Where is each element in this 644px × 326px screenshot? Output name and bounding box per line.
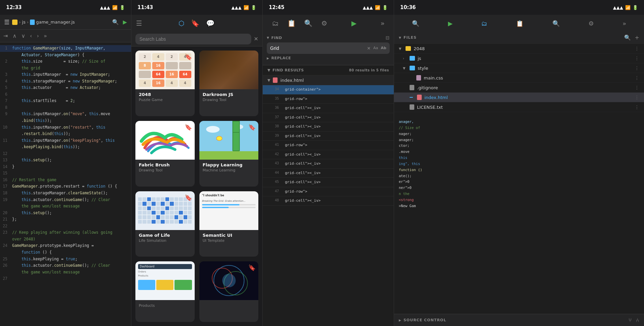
code-line: 24GameManager.prototype.keepPlaying = bbox=[0, 242, 131, 249]
expand-icon[interactable]: » bbox=[44, 33, 47, 39]
file-item-style[interactable]: ▼ style ⋮ bbox=[394, 63, 644, 73]
search-input[interactable] bbox=[139, 36, 247, 42]
status-icons-3: ▲▲▲ 📶 🔋 bbox=[363, 5, 388, 10]
back-icon[interactable]: ‹ bbox=[30, 33, 32, 39]
style-folder-icon bbox=[410, 66, 415, 70]
chat-icon[interactable]: 💬 bbox=[206, 19, 215, 27]
lab-card-dashboard[interactable]: Dashboard Orders Products Products bbox=[135, 261, 195, 322]
code-line: 22 bbox=[0, 223, 131, 230]
wifi-4: 📶 bbox=[625, 5, 631, 10]
down-icon[interactable]: ∨ bbox=[21, 33, 25, 39]
css-more-icon[interactable]: ⋮ bbox=[635, 75, 639, 80]
find-result-row[interactable]: 37grid-cell"><_iv> bbox=[263, 113, 394, 123]
menu-icon[interactable]: ☰ bbox=[4, 19, 9, 26]
js-more-icon[interactable]: ⋮ bbox=[635, 56, 639, 61]
find-result-row[interactable]: 42grid-cell"><_iv> bbox=[263, 150, 394, 160]
root-more-icon[interactable]: ⋮ bbox=[635, 46, 639, 51]
find-result-row[interactable]: 44grid-cell"><_iv> bbox=[263, 169, 394, 178]
html-file-icon bbox=[417, 95, 422, 100]
files-arrow: ▼ bbox=[399, 36, 401, 39]
bookmark-icon[interactable]: 🔖 bbox=[191, 19, 199, 27]
find-result-row[interactable]: 43grid-cell"><_iv> bbox=[263, 159, 394, 169]
forward-icon[interactable]: › bbox=[37, 33, 39, 39]
settings-icon-4[interactable]: ⚙ bbox=[588, 20, 594, 27]
source-control-header: ▶ SOURCE CONTROL ⑂ ⑃ bbox=[394, 314, 644, 326]
file-arrow: ▼ bbox=[267, 78, 270, 83]
js-chevron: › bbox=[403, 57, 407, 60]
find-file-header[interactable]: ▼ index.html bbox=[263, 75, 394, 85]
copy-icon[interactable]: 📋 bbox=[287, 19, 296, 27]
files-section-actions: 🔍 + bbox=[624, 34, 639, 41]
lab-thumb-abstract: 🔖 bbox=[199, 261, 259, 300]
file-item-html[interactable]: index.html ⋮ bbox=[394, 93, 644, 102]
bookmark-icon[interactable]: 🔖 bbox=[185, 194, 192, 201]
file-item-js[interactable]: › js ⋮ bbox=[394, 54, 644, 63]
find-result-row[interactable]: 34grid-container"> bbox=[263, 85, 394, 95]
code-line: 9 this.inputManager.on("move", this.move bbox=[0, 111, 131, 118]
bookmark-icon[interactable]: 🔖 bbox=[248, 264, 256, 271]
run-icon[interactable]: ▶ bbox=[123, 19, 127, 25]
cube-icon[interactable]: ⬡ bbox=[179, 19, 184, 27]
bookmark-icon[interactable]: 🔖 bbox=[185, 53, 192, 60]
settings-icon[interactable]: ⚙ bbox=[321, 19, 327, 27]
lab-card-semantic[interactable]: "I shouldn't beBreaking The Grid. Grabs … bbox=[199, 191, 259, 257]
indent-icon[interactable]: ⇥ bbox=[3, 33, 8, 39]
html-more-icon[interactable]: ⋮ bbox=[635, 95, 639, 100]
bookmark-icon[interactable]: 🔖 bbox=[248, 124, 256, 131]
filter-icon[interactable]: ⊟ bbox=[386, 35, 390, 40]
find-result-row[interactable]: 47grid-row"> bbox=[263, 187, 394, 197]
archive-icon[interactable]: 🗂 bbox=[272, 19, 279, 27]
line-number: 17 bbox=[0, 183, 9, 190]
file-item-css[interactable]: main.css ⋮ bbox=[394, 73, 644, 83]
file-item-license[interactable]: LICENSE.txt ⋮ bbox=[394, 102, 644, 112]
expand-right-icon[interactable]: » bbox=[381, 19, 385, 27]
find-input[interactable] bbox=[270, 45, 364, 51]
css-file-icon bbox=[416, 75, 421, 80]
clear-search-icon[interactable]: ✕ bbox=[254, 36, 258, 42]
line-content: this.actuator.continueGame(); // Clear bbox=[9, 262, 110, 269]
close-find-icon[interactable]: ✕ bbox=[367, 46, 371, 51]
line-content bbox=[9, 223, 12, 230]
lab-card-2048[interactable]: 🔖2424816641664416442048Puzzle Game bbox=[135, 51, 195, 116]
whole-word-icon[interactable]: Ab bbox=[381, 46, 386, 51]
find-result-row[interactable]: 48grid-cell"><_iv> bbox=[263, 196, 394, 206]
add-file-icon[interactable]: + bbox=[635, 34, 639, 41]
card-title: Flappy Learning bbox=[203, 162, 255, 167]
lab-card-flappy[interactable]: 🔖Flappy LearningMachine Learning bbox=[199, 121, 259, 187]
up-icon[interactable]: ∧ bbox=[12, 33, 17, 39]
find-result-row[interactable]: 45grid-cell"><_iv> bbox=[263, 178, 394, 187]
line-content: over 2048) bbox=[9, 236, 35, 243]
file-item-git[interactable]: .gitignore ⋮ bbox=[394, 83, 644, 93]
find-result-row[interactable]: 39grid-cell"><_iv> bbox=[263, 132, 394, 141]
lab-card-abstract[interactable]: 🔖 bbox=[199, 261, 259, 322]
find-result-row[interactable]: 38grid-cell"><_iv> bbox=[263, 122, 394, 132]
match-case-icon[interactable]: Aa bbox=[373, 46, 378, 51]
search-icon[interactable]: 🔍 bbox=[112, 19, 119, 25]
search-icon-4[interactable]: 🔍 bbox=[412, 20, 419, 27]
bookmark-icon[interactable]: 🔖 bbox=[185, 124, 192, 131]
lab-card-gameoflife[interactable]: 🔖Game of LifeLife Simulation bbox=[135, 191, 195, 257]
branch-icon[interactable]: ⑂ bbox=[629, 317, 632, 323]
archive-icon-4[interactable]: 🗂 bbox=[481, 20, 487, 27]
search-files-icon[interactable]: 🔍 bbox=[624, 34, 631, 41]
file-item-root[interactable]: ▼ 2048 ⋮ bbox=[394, 44, 644, 54]
find-label: ▼ FIND ⊟ bbox=[267, 35, 390, 40]
expand-icon-4[interactable]: » bbox=[622, 20, 626, 27]
menu-icon-2[interactable]: ☰ bbox=[136, 19, 142, 27]
git-more-icon[interactable]: ⋮ bbox=[635, 85, 639, 90]
find-result-row[interactable]: 41grid-row"> bbox=[263, 141, 394, 150]
search-icon-3[interactable]: 🔍 bbox=[304, 19, 313, 27]
sc-label: SOURCE CONTROL bbox=[404, 318, 446, 322]
search-icon-5[interactable]: 🔍 bbox=[552, 20, 560, 27]
copy-icon-4[interactable]: 📋 bbox=[516, 20, 523, 27]
style-more-icon[interactable]: ⋮ bbox=[635, 65, 639, 71]
lab-card-darkroom[interactable]: 🔖Darkroom JSDrawing Tool bbox=[199, 51, 259, 116]
run-icon-4[interactable]: ▶ bbox=[448, 20, 453, 27]
lab-card-fabric[interactable]: 🔖Fabric BrushDrawing Tool bbox=[135, 121, 195, 187]
find-result-row[interactable]: 35grid-row"> bbox=[263, 95, 394, 104]
run-icon-3[interactable]: ▶ bbox=[351, 19, 356, 27]
fork-icon[interactable]: ⑃ bbox=[636, 317, 639, 323]
find-result-row[interactable]: 36grid-cell"><_iv> bbox=[263, 104, 394, 113]
line-number: 7 bbox=[0, 98, 9, 104]
license-more-icon[interactable]: ⋮ bbox=[635, 104, 639, 110]
